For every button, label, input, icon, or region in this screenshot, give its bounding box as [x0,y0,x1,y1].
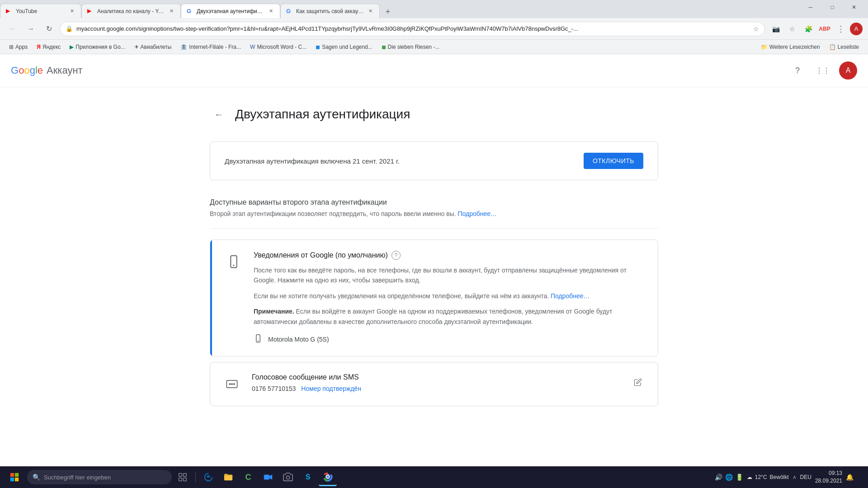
sms-icon [221,373,243,395]
svg-rect-11 [15,478,19,481]
taskbar-weather: ☁ 12°C Bewölkt [747,474,789,480]
svg-rect-15 [184,478,187,481]
reload-button[interactable]: ↻ [42,22,56,36]
zoom-taskbar-icon[interactable] [259,468,277,486]
svg-rect-8 [10,473,14,477]
bookmark-bank[interactable]: 🏦 Internet-Filiale - Fra... [177,43,245,51]
bookmark-word[interactable]: W Microsoft Word - С... [246,43,310,51]
learn-more-link[interactable]: Подробнее… [458,210,497,217]
weather-icon: ☁ [747,474,752,480]
start-button[interactable] [4,468,25,486]
section-header: Доступные варианты второго этапа аутенти… [210,198,658,217]
bookmark-leseliste-label: Leseliste [838,44,859,50]
battery-icon[interactable]: 🔋 [736,474,743,481]
taskbar-system-icons: 🔊 🌐 🔋 [715,474,743,481]
screen-capture-icon[interactable]: 📷 [769,22,783,36]
tab-youtube[interactable]: ▶ YouTube ✕ [0,4,81,18]
header-profile-avatar[interactable]: А [839,61,857,80]
taskbar-divider-1 [195,472,196,483]
taskbar-search[interactable]: 🔍 Suchbegriff hier eingeben [27,470,172,484]
lock-icon: 🔒 [66,25,73,32]
network-icon[interactable]: 🌐 [725,474,733,481]
taskbar-time: 09:13 [815,469,842,477]
svg-rect-14 [179,478,182,481]
volume-icon[interactable]: 🔊 [715,474,722,481]
browser-content: Google Аккаунт ? ⋮⋮ А ← Двухэтапная ауте… [0,54,868,466]
bookmark-weitere-label: Weitere Lesezeichen [769,44,820,50]
notification-button[interactable]: 🔔 [846,474,854,481]
svg-point-21 [326,475,329,478]
play-store-icon: ▶ [70,44,74,50]
extensions-icon[interactable]: 🧩 [801,22,816,36]
chrome-taskbar-icon[interactable] [319,468,337,486]
section-subtitle: Второй этап аутентификации позволяет под… [210,210,658,217]
minimize-button[interactable]: ─ [800,0,821,14]
bookmark-weitere[interactable]: 📁 Weitere Lesezeichen [757,43,824,51]
google-account-logo: Google Аккаунт [11,65,83,76]
sms-content: Голосовое сообщение или SMS 0176 5771015… [252,373,620,392]
bookmark-sagen[interactable]: ◼ Sagen und Legend... [312,43,376,51]
sms-edit-button[interactable] [629,373,647,391]
note-bold: Примечание. [254,308,294,315]
tab-close-analytics[interactable]: ✕ [168,8,175,15]
forward-button[interactable]: → [24,22,38,36]
page-wrapper: Google Аккаунт ? ⋮⋮ А ← Двухэтапная ауте… [0,54,868,466]
tab-protect[interactable]: G Как защитить свой аккаунт с по... ✕ [280,4,380,18]
camera-taskbar-icon[interactable] [279,468,297,486]
chevron-up-icon[interactable]: ∧ [793,474,797,480]
svg-rect-10 [10,478,14,481]
tab-close-youtube[interactable]: ✕ [68,8,75,15]
menu-button[interactable]: ⋮ [834,22,848,36]
header-icons: ? ⋮⋮ А [788,61,857,80]
bookmark-yandex[interactable]: Я Яндекс [33,43,64,51]
tab-analytics[interactable]: ▶ Аналитика по каналу - YouTube ✕ [81,4,181,18]
back-to-security-button[interactable]: ← [210,105,228,123]
tab-favicon-youtube: ▶ [6,8,13,15]
maximize-button[interactable]: □ [822,0,843,14]
disable-button[interactable]: ОТКЛЮЧИТЬ [584,153,643,169]
folder-icon: 📁 [761,44,768,50]
tab-title-analytics: Аналитика по каналу - YouTube [97,8,165,14]
adblock-icon[interactable]: ABP [817,22,832,36]
taskbar-clock[interactable]: 09:13 28.09.2021 [815,469,842,485]
nav-bar: ← → ↻ 🔒 myaccount.google.com/signinoptio… [0,18,868,40]
sms-phone-row: 0176 57710153 Номер подтверждён [252,385,620,392]
bookmark-sagen-label: Sagen und Legend... [322,44,372,50]
google-notifications-help[interactable]: ? [392,251,401,260]
task-view-button[interactable] [174,468,192,486]
skype-taskbar-icon[interactable]: S [299,468,317,486]
svg-rect-9 [15,473,19,477]
tab-close-2fa[interactable]: ✕ [267,8,274,15]
camtasia-taskbar-icon[interactable]: C [239,468,257,486]
bookmark-star-icon[interactable]: ☆ [753,25,759,33]
tab-2fa[interactable]: G Двухэтапная аутентификация ✕ [181,4,280,18]
bookmark-leseliste[interactable]: 📋 Leseliste [826,43,863,51]
close-button[interactable]: ✕ [844,0,864,14]
browser-window: ▶ YouTube ✕ ▶ Аналитика по каналу - YouT… [0,0,868,466]
show-desktop-button[interactable] [857,468,861,486]
google-logo: Google [11,65,43,76]
account-label: Аккаунт [47,65,83,76]
device-row: Motorola Moto G (5S) [254,334,647,345]
bookmark-icon[interactable]: ☆ [785,22,799,36]
profile-avatar[interactable]: А [850,23,863,35]
taskbar-search-icon: 🔍 [33,474,40,481]
address-bar[interactable]: 🔒 myaccount.google.com/signinoptions/two… [60,22,765,36]
back-button[interactable]: ← [5,22,20,36]
tab-close-protect[interactable]: ✕ [367,8,374,15]
bookmark-play[interactable]: ▶ Приложения в Go... [66,43,128,51]
page-header: Google Аккаунт ? ⋮⋮ А [0,54,868,87]
file-explorer-taskbar-icon[interactable] [219,468,237,486]
new-tab-button[interactable]: + [382,5,394,18]
help-button[interactable]: ? [788,61,807,80]
tab-favicon-2fa: G [187,8,194,15]
desc2-link[interactable]: Подробнее… [551,292,590,300]
apps-button[interactable]: ⋮⋮ [814,61,832,80]
bookmark-apps[interactable]: ⊞ Apps [5,43,31,51]
nav-icons: 📷 ☆ 🧩 ABP ⋮ А [769,22,863,36]
google-notifications-card: Уведомления от Google (по умолчанию) ? П… [210,239,658,357]
bookmark-riesen[interactable]: ◼ Die sieben Riesen -... [378,43,443,51]
edge-taskbar-icon[interactable] [199,468,217,486]
bookmark-flights[interactable]: ✈ Авиабилеты [131,43,175,51]
status-card: Двухэтапная аутентификация включена 21 с… [210,141,658,180]
